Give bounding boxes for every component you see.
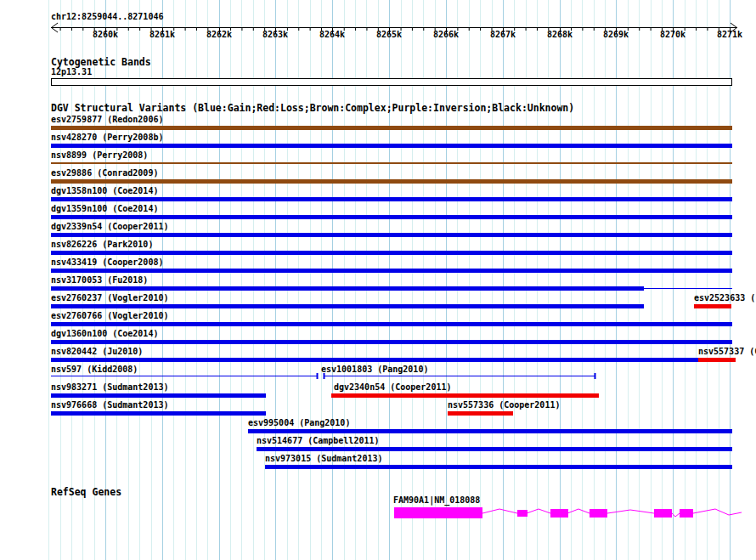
variant-label: nsv820442 (Ju2010) bbox=[51, 347, 143, 356]
variant-label: dgv1360n100 (Coe2014) bbox=[51, 329, 158, 338]
grid-line-minor bbox=[48, 0, 49, 560]
variant-bar[interactable] bbox=[51, 144, 732, 148]
gene-exon[interactable] bbox=[654, 509, 672, 518]
variant-bar[interactable] bbox=[51, 197, 732, 201]
region-label: chr12:8259044..8271046 bbox=[51, 12, 163, 21]
variant-bar[interactable] bbox=[51, 411, 266, 416]
variant-label: nsv983271 (Sudmant2013) bbox=[51, 382, 168, 392]
axis-tick-label: 8269k bbox=[603, 31, 629, 39]
dgv-section-title: DGV Structural Variants (Blue:Gain;Red:L… bbox=[51, 103, 574, 114]
variant-bar[interactable] bbox=[698, 358, 736, 362]
variant-bar[interactable] bbox=[51, 162, 732, 164]
axis-tick-label: 8262k bbox=[206, 31, 232, 39]
variant-label: dgv1359n100 (Coe2014) bbox=[51, 204, 158, 213]
variant-label: nsv428270 (Perry2008b) bbox=[51, 133, 163, 142]
variant-bar[interactable] bbox=[51, 233, 732, 237]
variant-label: nsv8899 (Perry2008) bbox=[51, 150, 148, 160]
gene-exon[interactable] bbox=[680, 509, 693, 518]
variant-label: esv2760237 (Vogler2010) bbox=[51, 293, 168, 303]
gene-exon[interactable] bbox=[550, 509, 568, 518]
variant-label: esv2759877 (Redon2006) bbox=[51, 115, 163, 124]
axis-tick-label: 8266k bbox=[433, 31, 459, 39]
variant-label: nsv976668 (Sudmant2013) bbox=[51, 400, 168, 410]
variant-bar[interactable] bbox=[448, 411, 513, 416]
variant-bar[interactable] bbox=[51, 393, 266, 398]
variant-label: dgv2340n54 (Cooper2011) bbox=[334, 382, 451, 392]
variant-bar[interactable] bbox=[51, 340, 732, 344]
variant-bar[interactable] bbox=[51, 322, 732, 326]
variant-bar[interactable] bbox=[248, 429, 732, 433]
variant-label: nsv557337 (C bbox=[698, 347, 756, 356]
axis-tick-label: 8268k bbox=[547, 31, 573, 39]
gene-exon[interactable] bbox=[517, 510, 528, 517]
variant-bar[interactable] bbox=[694, 304, 731, 308]
variant-bar[interactable] bbox=[51, 286, 644, 291]
variant-label: dgv2339n54 (Cooper2011) bbox=[51, 222, 168, 231]
gene-exon[interactable] bbox=[394, 507, 482, 518]
axis-tick-label: 8263k bbox=[262, 31, 288, 39]
axis-tick-label: 8267k bbox=[490, 31, 516, 39]
variant-label: nsv514677 (Campbell2011) bbox=[257, 436, 380, 445]
gene-label: FAM90A1|NM_018088 bbox=[393, 495, 480, 505]
variant-bar[interactable] bbox=[51, 126, 732, 130]
variant-label: nsv973015 (Sudmant2013) bbox=[265, 454, 382, 463]
variant-bar[interactable] bbox=[331, 393, 599, 398]
variant-label: nsv557336 (Cooper2011) bbox=[448, 400, 560, 410]
variant-bar[interactable] bbox=[51, 358, 698, 362]
axis-tick-label: 8270k bbox=[660, 31, 685, 39]
variant-bar[interactable] bbox=[265, 465, 732, 469]
gene-exon[interactable] bbox=[590, 509, 607, 518]
variant-label: esv29886 (Conrad2009) bbox=[51, 168, 158, 178]
axis-tick-label: 8265k bbox=[376, 31, 402, 39]
axis-tick-label: 8261k bbox=[150, 31, 175, 39]
genome-browser-canvas: chr12:8259044..8271046 Cytogenetic Bands… bbox=[0, 0, 756, 560]
axis-tick-label: 8271k bbox=[717, 31, 742, 39]
cytoband-label: 12p13.31 bbox=[51, 67, 92, 76]
variant-label: esv1001803 (Pang2010) bbox=[321, 365, 428, 374]
variant-label: nsv826226 (Park2010) bbox=[51, 240, 153, 249]
refseq-section-title: RefSeq Genes bbox=[51, 487, 121, 498]
variant-label: nsv433419 (Cooper2008) bbox=[51, 257, 163, 267]
variant-label: nsv597 (Kidd2008) bbox=[51, 365, 138, 374]
cytoband-band[interactable] bbox=[51, 78, 732, 86]
variant-label: nsv3170053 (Fu2018) bbox=[51, 275, 148, 285]
variant-bar[interactable] bbox=[51, 304, 644, 308]
variant-label: esv2523633 ( bbox=[694, 293, 755, 303]
variant-bar[interactable] bbox=[51, 179, 732, 184]
variant-label: esv995004 (Pang2010) bbox=[248, 418, 350, 427]
variant-bar[interactable] bbox=[257, 447, 732, 451]
axis-tick-label: 8260k bbox=[93, 31, 118, 39]
variant-bar[interactable] bbox=[51, 251, 732, 255]
variant-label: esv2760766 (Vogler2010) bbox=[51, 311, 168, 320]
variant-label: dgv1358n100 (Coe2014) bbox=[51, 186, 158, 195]
axis-tick-label: 8264k bbox=[319, 31, 345, 39]
variant-bar[interactable] bbox=[51, 269, 732, 273]
variant-bar[interactable] bbox=[51, 215, 732, 219]
